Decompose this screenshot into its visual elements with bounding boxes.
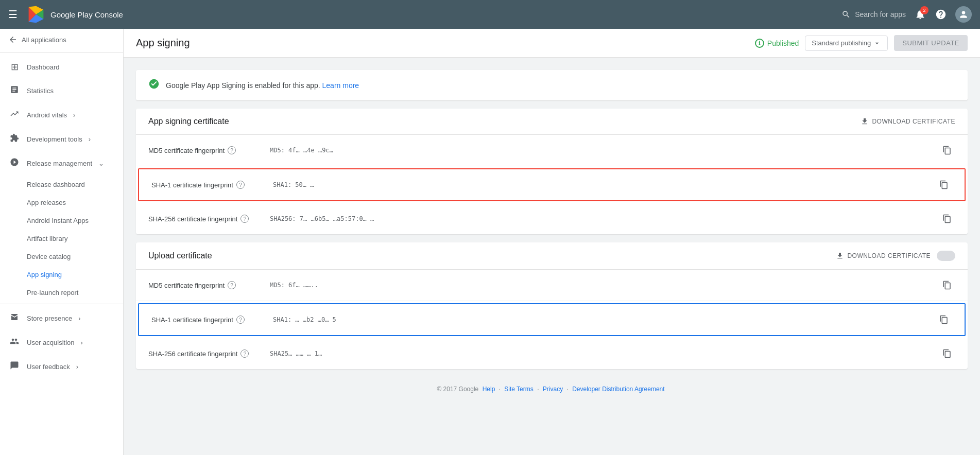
- upload-sha1-label: SHA-1 certificate fingerprint ?: [151, 316, 265, 324]
- footer-help-link[interactable]: Help: [483, 386, 495, 393]
- sidebar-item-android-vitals[interactable]: Android vitals ›: [0, 103, 123, 127]
- download-app-signing-cert-button[interactable]: DOWNLOAD CERTIFICATE: [861, 117, 955, 126]
- statistics-icon: [8, 85, 21, 97]
- sidebar-subitem-android-instant[interactable]: Android Instant Apps: [0, 212, 123, 230]
- user-avatar[interactable]: [955, 6, 972, 23]
- dashboard-icon: ⊞: [8, 61, 21, 73]
- app-signing-cert-header: App signing certificate DOWNLOAD CERTIFI…: [136, 109, 968, 135]
- dev-tools-chevron: ›: [89, 135, 91, 143]
- banner-check-icon: [148, 78, 160, 92]
- md5-help-icon[interactable]: ?: [228, 146, 236, 154]
- sidebar-subitem-release-dashboard[interactable]: Release dashboard: [0, 176, 123, 194]
- sidebar-label-android-vitals: Android vitals: [27, 111, 67, 119]
- app-signing-sha256-label: SHA-256 certificate fingerprint ?: [148, 215, 262, 223]
- upload-cert-header: Upload certificate DOWNLOAD CERTIFICATE: [136, 242, 968, 270]
- sidebar-label-store-presence: Store presence: [27, 314, 72, 322]
- app-signing-sha1-row: SHA-1 certificate fingerprint ? SHA1: 50…: [138, 168, 966, 201]
- app-signing-sha256-value: SHA256: 7… …6b5… …a5:57:0… …: [270, 215, 931, 222]
- sidebar-subitem-app-signing[interactable]: App signing: [0, 266, 123, 284]
- sidebar-label-release-mgmt: Release management: [27, 160, 92, 167]
- sub-header: App signing ℹ Published Standard publish…: [124, 29, 980, 58]
- copy-sha256-button[interactable]: [939, 211, 955, 227]
- app-signing-md5-label: MD5 certificate fingerprint ?: [148, 146, 262, 154]
- status-icon: ℹ: [755, 39, 764, 48]
- upload-cert-toggle[interactable]: [937, 251, 955, 261]
- app-signing-md5-row: MD5 certificate fingerprint ? MD5: 4f… ……: [136, 135, 968, 166]
- upload-sha1-value: SHA1: … …b2 …0… 5: [273, 316, 927, 323]
- sidebar-label-user-feedback: User feedback: [27, 363, 70, 371]
- app-signing-md5-value: MD5: 4f… …4e …9c…: [270, 147, 931, 154]
- dev-tools-icon: [8, 133, 21, 145]
- page-content: Google Play App Signing is enabled for t…: [124, 58, 980, 455]
- download-upload-cert-button[interactable]: DOWNLOAD CERTIFICATE: [836, 252, 931, 260]
- standard-publishing-button[interactable]: Standard publishing: [805, 36, 888, 51]
- logo-area: ☰ Google Play Console: [8, 5, 132, 24]
- page-title: App signing: [136, 37, 190, 49]
- sidebar-subitem-artifact-library[interactable]: Artifact library: [0, 230, 123, 248]
- sidebar-label-user-acquisition: User acquisition: [27, 339, 75, 346]
- copy-md5-button[interactable]: [939, 142, 955, 159]
- sidebar-label-dev-tools: Development tools: [27, 135, 82, 143]
- submit-update-button[interactable]: SUBMIT UPDATE: [894, 35, 968, 51]
- user-acquisition-chevron: ›: [81, 339, 83, 346]
- upload-md5-label: MD5 certificate fingerprint ?: [148, 281, 262, 289]
- upload-sha1-row: SHA-1 certificate fingerprint ? SHA1: … …: [138, 303, 966, 336]
- upload-sha256-help-icon[interactable]: ?: [240, 349, 249, 358]
- sidebar: All applications ⊞ Dashboard Statistics …: [0, 29, 124, 455]
- sidebar-item-user-feedback[interactable]: User feedback ›: [0, 355, 123, 379]
- copy-sha1-button[interactable]: [936, 177, 952, 193]
- store-presence-chevron: ›: [78, 314, 80, 322]
- top-header: ☰ Google Play Console Search for apps 2: [0, 0, 980, 29]
- sidebar-subitem-app-releases[interactable]: App releases: [0, 194, 123, 212]
- sidebar-label-statistics: Statistics: [27, 87, 115, 95]
- upload-md5-value: MD5: 6f… ……..: [270, 282, 931, 289]
- logo-icon: [27, 5, 45, 24]
- sidebar-item-statistics[interactable]: Statistics: [0, 79, 123, 103]
- copy-upload-md5-button[interactable]: [939, 277, 955, 293]
- content-area: App signing ℹ Published Standard publish…: [124, 29, 980, 455]
- footer: © 2017 Google Help · Site Terms · Privac…: [136, 377, 968, 401]
- store-presence-icon: [8, 312, 21, 324]
- sidebar-divider-2: [0, 304, 123, 304]
- user-feedback-icon: [8, 361, 21, 373]
- help-icon[interactable]: [935, 8, 947, 21]
- upload-md5-help-icon[interactable]: ?: [228, 281, 236, 289]
- logo-text: Google Play Console: [50, 10, 123, 19]
- user-feedback-chevron: ›: [76, 363, 78, 371]
- sub-header-right: ℹ Published Standard publishing SUBMIT U…: [755, 35, 968, 51]
- search-label[interactable]: Search for apps: [855, 10, 906, 19]
- copy-upload-sha1-button[interactable]: [936, 311, 952, 328]
- sidebar-subitem-device-catalog[interactable]: Device catalog: [0, 248, 123, 266]
- status-published: ℹ Published: [755, 39, 799, 48]
- app-signing-banner: Google Play App Signing is enabled for t…: [136, 70, 968, 100]
- sha1-help-icon[interactable]: ?: [236, 181, 245, 189]
- copy-upload-sha256-button[interactable]: [939, 345, 955, 362]
- main-layout: All applications ⊞ Dashboard Statistics …: [0, 29, 980, 455]
- upload-sha1-help-icon[interactable]: ?: [236, 316, 245, 324]
- sidebar-item-user-acquisition[interactable]: User acquisition ›: [0, 330, 123, 355]
- hamburger-menu-icon[interactable]: ☰: [8, 8, 18, 21]
- upload-cert-card: Upload certificate DOWNLOAD CERTIFICATE …: [136, 242, 968, 369]
- footer-privacy-link[interactable]: Privacy: [543, 386, 563, 393]
- back-to-all-apps[interactable]: All applications: [0, 29, 123, 50]
- footer-site-terms-link[interactable]: Site Terms: [504, 386, 533, 393]
- upload-sha256-value: SHA25… …… … 1…: [270, 350, 931, 357]
- footer-dda-link[interactable]: Developer Distribution Agreement: [572, 386, 664, 393]
- app-signing-cert-card: App signing certificate DOWNLOAD CERTIFI…: [136, 109, 968, 234]
- search-area[interactable]: Search for apps: [841, 10, 906, 19]
- sidebar-subitem-pre-launch[interactable]: Pre-launch report: [0, 284, 123, 302]
- android-vitals-chevron: ›: [73, 111, 75, 119]
- release-mgmt-chevron: ⌄: [98, 160, 104, 167]
- sidebar-item-dashboard[interactable]: ⊞ Dashboard: [0, 55, 123, 79]
- app-signing-sha1-label: SHA-1 certificate fingerprint ?: [151, 181, 265, 189]
- release-mgmt-icon: [8, 157, 21, 169]
- notification-icon[interactable]: 2: [914, 8, 926, 21]
- banner-learn-more-link[interactable]: Learn more: [322, 81, 359, 90]
- sha256-help-icon[interactable]: ?: [240, 215, 249, 223]
- upload-cert-title: Upload certificate: [148, 251, 212, 260]
- upload-sha256-row: SHA-256 certificate fingerprint ? SHA25……: [136, 338, 968, 369]
- sidebar-item-store-presence[interactable]: Store presence ›: [0, 306, 123, 330]
- sidebar-item-dev-tools[interactable]: Development tools ›: [0, 127, 123, 151]
- user-acquisition-icon: [8, 337, 21, 348]
- sidebar-item-release-mgmt[interactable]: Release management ⌄: [0, 151, 123, 176]
